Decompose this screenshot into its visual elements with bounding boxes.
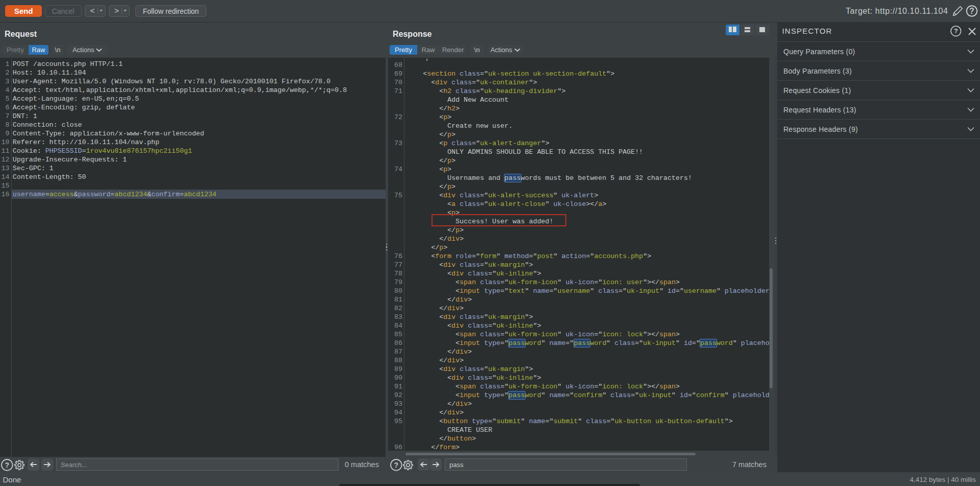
svg-text:?: ? xyxy=(394,461,399,469)
svg-text:?: ? xyxy=(969,7,974,15)
svg-text:?: ? xyxy=(5,461,9,469)
svg-text:?: ? xyxy=(954,28,958,35)
